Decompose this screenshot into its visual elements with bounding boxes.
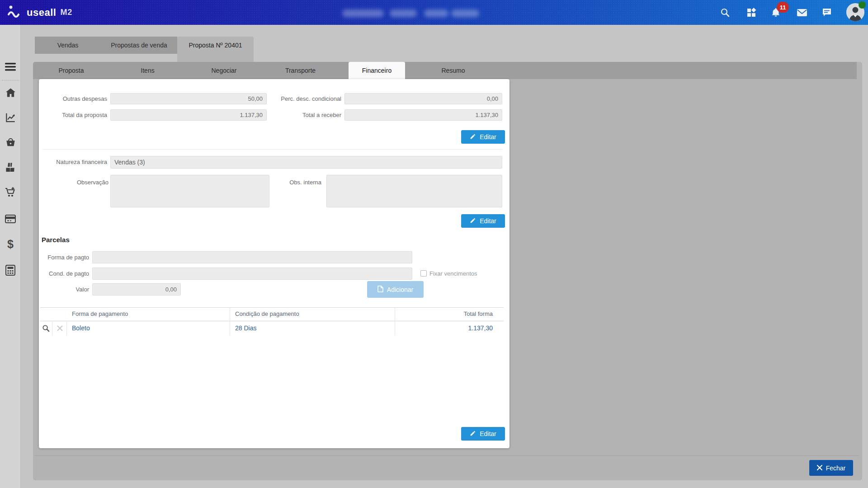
obs-interna-label: Obs. interna — [278, 177, 321, 188]
sidebar: $ — [0, 25, 21, 488]
valor-field[interactable]: 0,00 — [92, 283, 181, 296]
tab-proposta[interactable]: Proposta — [33, 62, 109, 79]
tab-vendas[interactable]: Vendas — [35, 37, 101, 54]
section-divider — [42, 149, 502, 150]
fixar-vencimentos-label: Fixar vencimentos — [429, 267, 477, 280]
column-separator — [395, 307, 395, 336]
tab-transporte[interactable]: Transporte — [262, 62, 339, 79]
row-delete-icon[interactable] — [53, 321, 66, 336]
natureza-financeira-label: Natureza financeira — [39, 156, 107, 169]
column-separator — [66, 321, 67, 336]
valor-label: Valor — [39, 283, 89, 296]
redacted-text — [424, 9, 448, 17]
sidebar-item-vendas[interactable] — [0, 182, 21, 202]
editar-label: Editar — [480, 430, 496, 437]
sidebar-item-dashboards[interactable] — [0, 108, 21, 127]
total-a-receber-label: Total a receber — [256, 109, 341, 121]
cell-condicao-pagamento[interactable]: 28 Dias — [235, 321, 256, 336]
sidebar-item-financeiro[interactable]: $ — [0, 234, 21, 254]
redacted-text — [451, 9, 479, 17]
hamburger-menu-icon[interactable] — [0, 57, 21, 77]
natureza-financeira-field[interactable]: Vendas (3) — [110, 156, 502, 169]
column-separator — [230, 307, 230, 336]
close-icon — [817, 465, 822, 472]
redacted-text — [342, 9, 384, 17]
search-icon[interactable] — [717, 0, 733, 25]
forma-de-pagto-field[interactable] — [92, 251, 412, 263]
brand-name: useall — [27, 7, 56, 19]
editar-natureza-button[interactable]: Editar — [461, 214, 505, 228]
useall-logo-icon — [7, 5, 23, 20]
product-name: M2 — [60, 8, 72, 17]
app-logo[interactable]: useall M2 — [7, 0, 72, 25]
tab-financeiro[interactable]: Financeiro — [349, 62, 405, 79]
parcelas-title: Parcelas — [42, 236, 70, 244]
cond-de-pagto-field[interactable] — [92, 267, 412, 280]
total-a-receber-field[interactable]: 1.137,30 — [344, 109, 502, 121]
row-search-icon[interactable] — [39, 321, 52, 336]
fechar-label: Fechar — [826, 465, 846, 472]
sidebar-divider — [2, 80, 19, 80]
cell-total-forma[interactable]: 1.137,30 — [401, 321, 493, 336]
pencil-icon — [470, 430, 476, 438]
tab-proposta-20401[interactable]: Proposta Nº 20401 — [177, 37, 254, 62]
notification-badge[interactable]: 11 — [777, 2, 789, 13]
apps-icon[interactable] — [744, 0, 760, 25]
proposta-window: Proposta Itens Negociar Transporte Finan… — [33, 62, 862, 480]
pencil-icon — [470, 217, 476, 225]
sidebar-item-compras[interactable] — [0, 132, 21, 152]
online-status-dot — [859, 1, 866, 9]
observacao-textarea[interactable] — [110, 175, 269, 207]
observacao-label: Observação — [40, 177, 108, 188]
redacted-text — [390, 9, 417, 17]
detail-tab-strip: Proposta Itens Negociar Transporte Finan… — [33, 62, 857, 79]
sidebar-item-home[interactable] — [0, 83, 21, 103]
obs-interna-textarea[interactable] — [326, 175, 502, 207]
app-header: useall M2 11 — [0, 0, 868, 25]
adicionar-label: Adicionar — [387, 286, 413, 293]
cell-forma-pagamento[interactable]: Boleto — [72, 321, 90, 336]
fixar-vencimentos-checkbox[interactable] — [420, 270, 427, 277]
sidebar-item-faturamento[interactable] — [0, 209, 21, 229]
financeiro-panel: Outras despesas 50,00 Perc. desc. condic… — [39, 79, 509, 448]
tab-itens[interactable]: Itens — [109, 62, 186, 79]
fechar-button[interactable]: Fechar — [809, 460, 853, 476]
total-da-proposta-label: Total da proposta — [39, 109, 107, 121]
col-header-total[interactable]: Total forma — [401, 307, 493, 321]
chat-icon[interactable] — [819, 0, 835, 25]
editar-label: Editar — [480, 133, 496, 141]
perc-desc-condicional-field[interactable]: 0,00 — [344, 93, 502, 104]
footer-divider — [35, 455, 859, 456]
sidebar-item-estoque[interactable] — [0, 157, 21, 177]
tab-resumo[interactable]: Resumo — [415, 62, 491, 79]
perc-desc-condicional-label: Perc. desc. condicional — [256, 93, 341, 104]
document-icon — [377, 286, 383, 294]
editar-label: Editar — [480, 217, 496, 225]
forma-de-pagto-label: Forma de pagto — [39, 251, 89, 263]
cond-de-pagto-label: Cond. de pagto — [39, 267, 89, 280]
outras-despesas-label: Outras despesas — [39, 93, 107, 104]
pencil-icon — [470, 133, 476, 141]
col-header-condicao[interactable]: Condição de pagamento — [235, 307, 299, 321]
editar-parcelas-button[interactable]: Editar — [461, 427, 505, 441]
tab-negociar[interactable]: Negociar — [186, 62, 262, 79]
sidebar-item-contabilidade[interactable] — [0, 260, 21, 280]
mail-icon[interactable] — [794, 0, 810, 25]
col-header-forma[interactable]: Forma de pagamento — [72, 307, 128, 321]
total-da-proposta-field[interactable]: 1.137,30 — [110, 109, 267, 121]
editar-totais-button[interactable]: Editar — [461, 130, 505, 144]
tab-propostas-de-venda[interactable]: Propostas de venda — [101, 37, 177, 54]
outras-despesas-field[interactable]: 50,00 — [110, 93, 267, 104]
dollar-icon: $ — [7, 239, 14, 250]
adicionar-button[interactable]: Adicionar — [367, 281, 424, 298]
